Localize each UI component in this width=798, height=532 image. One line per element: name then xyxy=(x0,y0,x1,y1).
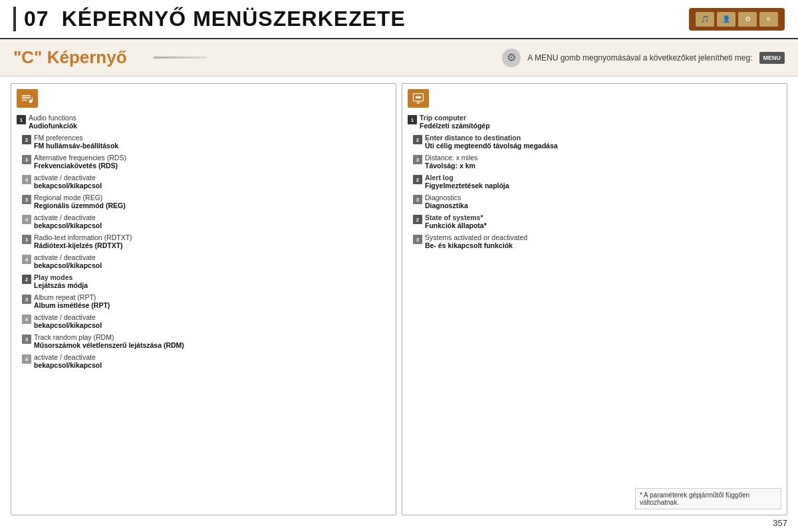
right-panel: 1 Trip computer Fedélzeti számítógép 2 E… xyxy=(402,83,787,515)
level-badge: 3 xyxy=(22,295,31,304)
item-text: Regional mode (REG) Regionális üzemmód (… xyxy=(34,194,390,209)
item-text: Alert log Figyelmeztetések naplója xyxy=(425,174,781,190)
sub-header-description: ⚙ A MENU gomb megnyomásával a következők… xyxy=(502,49,785,67)
level-badge: 4 xyxy=(22,175,31,184)
list-item: 3 Radio-text information (RDTXT) Rádióte… xyxy=(17,233,390,250)
list-item: 1 Trip computer Fedélzeti számítógép xyxy=(408,113,781,130)
page-header: 07 KÉPERNYŐ MENÜSZERKEZETE 🎵 👤 ⚙ ≡ xyxy=(0,0,798,39)
svg-rect-0 xyxy=(22,95,31,96)
page-number: 357 xyxy=(773,518,787,528)
item-text: FM preferences FM hullámsáv-beállítások xyxy=(34,134,390,150)
level-badge: 4 xyxy=(22,215,31,224)
list-item: 2 FM preferences FM hullámsáv-beállításo… xyxy=(17,133,390,150)
list-item: 4 activate / deactivate bekapcsol/kikapc… xyxy=(17,352,390,370)
level-badge: 2 xyxy=(22,135,31,144)
footnote: * A paraméterek gépjárműtől függően vált… xyxy=(635,488,781,509)
level-badge: 3 xyxy=(22,195,31,204)
list-item: 4 activate / deactivate bekapcsol/kikapc… xyxy=(17,213,390,230)
level-badge: 4 xyxy=(22,255,31,264)
item-text: Distance: x miles Távolság: x km xyxy=(425,154,781,170)
item-text: Trip computer Fedélzeti számítógép xyxy=(420,114,781,130)
svg-point-3 xyxy=(29,100,33,103)
level-badge: 3 xyxy=(413,235,422,244)
item-text: activate / deactivate bekapcsol/kikapcso… xyxy=(34,213,390,229)
audio-icon: 🎵 xyxy=(696,12,714,27)
list-item: 4 activate / deactivate bekapcsol/kikapc… xyxy=(17,253,390,270)
item-text: Diagnostics Diagnosztika xyxy=(425,194,781,209)
list-item: 2 Alert log Figyelmeztetések naplója xyxy=(408,173,781,190)
level-badge: 3 xyxy=(413,195,422,204)
level-badge: 2 xyxy=(413,215,422,224)
list-item: 3 Diagnostics Diagnosztika xyxy=(408,193,781,210)
page-title: 07 xyxy=(24,7,49,31)
level-badge: 4 xyxy=(22,354,31,364)
list-item: 2 Play modes Lejátszás módja xyxy=(17,273,390,290)
item-text: Audio functions Audiofunkciók xyxy=(29,114,390,130)
item-text: Enter distance to destination Úti célig … xyxy=(425,134,781,150)
level-badge: 2 xyxy=(413,135,422,144)
item-text: activate / deactivate bekapcsol/kikapcso… xyxy=(34,353,390,369)
header-title-wrapper: 07 KÉPERNYŐ MENÜSZERKEZETE xyxy=(13,7,406,31)
list-item: 2 State of systems* Funkciók állapota* xyxy=(408,213,781,230)
item-text: Album repeat (RPT) Album ismétlése (RPT) xyxy=(34,293,390,309)
item-text: State of systems* Funkciók állapota* xyxy=(425,213,781,229)
list-item: 3 Album repeat (RPT) Album ismétlése (RP… xyxy=(17,293,390,310)
person-icon: 👤 xyxy=(717,12,735,27)
item-text: Radio-text information (RDTXT) Rádiótext… xyxy=(34,233,390,249)
list-item: 3 Distance: x miles Távolság: x km xyxy=(408,153,781,170)
level-badge: 1 xyxy=(17,115,26,124)
list-item: 4 activate / deactivate bekapcsol/kikapc… xyxy=(17,173,390,190)
main-content: 1 Audio functions Audiofunkciók 2 FM pre… xyxy=(0,76,798,522)
left-panel: 1 Audio functions Audiofunkciók 2 FM pre… xyxy=(11,83,396,515)
svg-rect-2 xyxy=(22,100,27,101)
sub-header: "C" Képernyő ⚙ A MENU gomb megnyomásával… xyxy=(0,39,798,76)
page-title-text: KÉPERNYŐ MENÜSZERKEZETE xyxy=(62,7,406,31)
left-panel-icon xyxy=(17,89,38,108)
list-icon: ≡ xyxy=(759,12,778,27)
item-text: activate / deactivate bekapcsol/kikapcso… xyxy=(34,313,390,329)
item-text: activate / deactivate bekapcsol/kikapcso… xyxy=(34,174,390,190)
list-item: 1 Audio functions Audiofunkciók xyxy=(17,113,390,130)
settings-icon: ⚙ xyxy=(738,12,757,27)
item-text: Track random play (RDM) Műsorszámok véle… xyxy=(34,333,390,349)
list-item: 3 Alternative frequencies (RDS) Frekvenc… xyxy=(17,153,390,170)
menu-button-label: MENU xyxy=(759,52,785,64)
level-badge: 3 xyxy=(22,334,31,344)
trip-computer-icon xyxy=(412,92,425,105)
level-badge: 4 xyxy=(22,315,31,324)
level-badge: 3 xyxy=(22,235,31,244)
level-badge: 2 xyxy=(413,175,422,184)
level-badge: 1 xyxy=(408,115,417,124)
screen-label: "C" Képernyő xyxy=(13,47,127,68)
svg-rect-1 xyxy=(22,97,31,98)
list-item: 3 Track random play (RDM) Műsorszámok vé… xyxy=(17,332,390,350)
music-icon xyxy=(21,92,34,105)
item-text: Alternative frequencies (RDS) Frekvencia… xyxy=(34,154,390,170)
svg-rect-6 xyxy=(416,96,421,98)
description-text: A MENU gomb megnyomásával a következőket… xyxy=(527,53,752,63)
list-item: 3 Systems activated or deactivated Be- é… xyxy=(408,233,781,250)
item-text: Play modes Lejátszás módja xyxy=(34,273,390,289)
level-badge: 2 xyxy=(22,275,31,284)
level-badge: 3 xyxy=(22,155,31,164)
level-badge: 3 xyxy=(413,155,422,164)
list-item: 3 Regional mode (REG) Regionális üzemmód… xyxy=(17,193,390,210)
item-text: Systems activated or deactivated Be- és … xyxy=(425,233,781,249)
header-icon-group: 🎵 👤 ⚙ ≡ xyxy=(689,8,785,31)
right-panel-icon xyxy=(408,89,429,108)
list-item: 4 activate / deactivate bekapcsol/kikapc… xyxy=(17,313,390,330)
svg-rect-7 xyxy=(417,102,420,104)
gear-icon: ⚙ xyxy=(502,49,521,67)
item-text: activate / deactivate bekapcsol/kikapcso… xyxy=(34,253,390,269)
list-item: 2 Enter distance to destination Úti céli… xyxy=(408,133,781,150)
